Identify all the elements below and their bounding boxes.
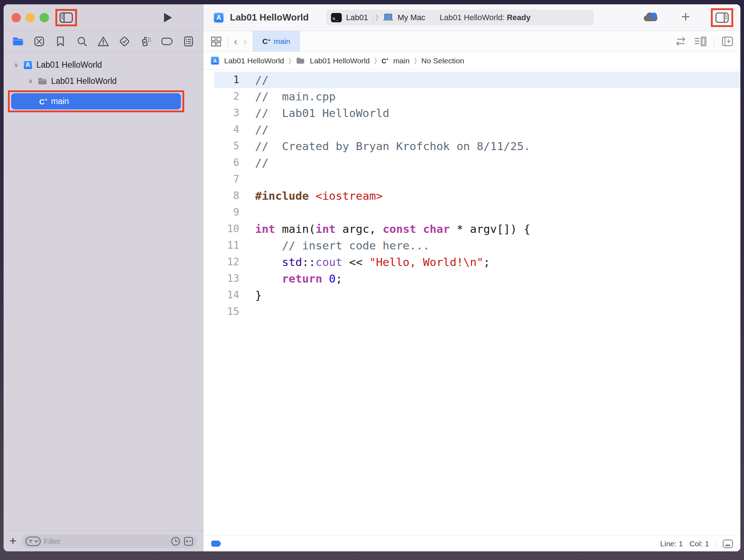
second-row: ‹ › C+ main bbox=[4, 31, 740, 52]
line-number[interactable]: 5 bbox=[214, 138, 239, 154]
code-line[interactable]: 7 bbox=[214, 171, 740, 188]
code-text: // insert code here... bbox=[255, 237, 430, 254]
breadcrumb-group[interactable]: Lab01 HelloWorld bbox=[310, 57, 370, 65]
code-line[interactable]: 3// Lab01 HelloWorld bbox=[214, 105, 740, 121]
close-window-button[interactable] bbox=[12, 13, 21, 22]
scheme-target-label[interactable]: Lab01 bbox=[346, 13, 368, 22]
source-editor[interactable]: 1//2// main.cpp3// Lab01 HelloWorld4//5/… bbox=[203, 70, 740, 536]
tree-item-main-selected[interactable]: C+ main bbox=[11, 93, 181, 109]
toggle-navigator-button[interactable] bbox=[59, 12, 73, 23]
code-line[interactable]: 9 bbox=[214, 204, 740, 221]
code-line[interactable]: 8#include <iostream> bbox=[214, 188, 740, 204]
cpp-file-icon: C+ bbox=[381, 57, 388, 64]
xcode-project-icon: A bbox=[213, 12, 224, 23]
code-line[interactable]: 11 // insert code here... bbox=[214, 237, 740, 254]
code-line[interactable]: 13 return 0; bbox=[214, 270, 740, 287]
go-back-button[interactable]: ‹ bbox=[234, 36, 237, 47]
line-number[interactable]: 1 bbox=[214, 72, 239, 88]
breakpoints-navigator-tab[interactable] bbox=[159, 33, 175, 49]
tab-main[interactable]: C+ main bbox=[253, 31, 300, 51]
source-control-navigator-tab[interactable] bbox=[31, 33, 47, 49]
line-number[interactable]: 9 bbox=[214, 204, 239, 221]
breakpoints-toggle-icon[interactable] bbox=[210, 540, 222, 547]
left-sidebar-toggle-icon bbox=[59, 12, 73, 23]
line-number[interactable]: 13 bbox=[214, 270, 239, 287]
go-forward-button[interactable]: › bbox=[243, 36, 247, 47]
breadcrumb-chevron: 〉 bbox=[375, 57, 377, 65]
line-number[interactable]: 11 bbox=[214, 237, 239, 254]
code-review-button[interactable] bbox=[675, 37, 687, 46]
code-text: return 0; bbox=[255, 270, 342, 287]
adjust-editor-options-button[interactable] bbox=[694, 36, 707, 46]
scheme-chevron: 〉 bbox=[376, 13, 378, 22]
line-number[interactable]: 15 bbox=[214, 303, 239, 320]
minimap-toggle-icon[interactable] bbox=[722, 539, 733, 548]
swap-arrows-icon bbox=[675, 37, 687, 46]
editor-tab-bar: ‹ › C+ main bbox=[203, 31, 740, 52]
tabbar-separator bbox=[228, 37, 228, 46]
code-line[interactable]: 14} bbox=[214, 287, 740, 303]
debug-navigator-tab[interactable] bbox=[138, 33, 154, 49]
toolbar-left bbox=[4, 4, 203, 31]
find-navigator-tab[interactable] bbox=[74, 33, 90, 49]
line-number[interactable]: 12 bbox=[214, 254, 239, 270]
issues-navigator-tab[interactable] bbox=[95, 33, 111, 49]
line-number[interactable]: 3 bbox=[214, 105, 239, 121]
line-number[interactable]: 4 bbox=[214, 121, 239, 138]
add-editor-button[interactable] bbox=[722, 36, 733, 46]
bookmark-icon bbox=[56, 36, 65, 47]
code-line[interactable]: 4// bbox=[214, 121, 740, 138]
code-line[interactable]: 15 bbox=[214, 303, 740, 320]
minimize-window-button[interactable] bbox=[26, 13, 35, 22]
code-line[interactable]: 12 std::cout << "Hello, World!\n"; bbox=[214, 254, 740, 270]
disclosure-chevron-icon[interactable]: ∨ bbox=[12, 61, 20, 69]
breadcrumb-file[interactable]: main bbox=[393, 57, 410, 65]
navigator-filter-bar: + bbox=[4, 530, 203, 551]
breakpoint-capsule-icon bbox=[161, 37, 173, 45]
related-items-button[interactable] bbox=[210, 36, 222, 47]
code-line[interactable]: 10int main(int argc, const char * argv[]… bbox=[214, 221, 740, 237]
source-control-filter-icon[interactable] bbox=[183, 536, 194, 546]
editor: A Lab01 HelloWorld 〉 Lab01 HelloWorld 〉 … bbox=[203, 52, 740, 551]
tree-item-project[interactable]: ∨ A Lab01 HelloWorld bbox=[4, 57, 203, 73]
filter-input[interactable] bbox=[44, 537, 168, 546]
line-number[interactable]: 6 bbox=[214, 154, 239, 171]
filter-menu-icon bbox=[25, 536, 41, 546]
breadcrumb-selection[interactable]: No Selection bbox=[421, 57, 464, 65]
reports-navigator-tab[interactable] bbox=[181, 33, 196, 49]
line-number[interactable]: 2 bbox=[214, 88, 239, 105]
zoom-window-button[interactable] bbox=[40, 13, 49, 22]
code-text: // bbox=[255, 154, 268, 171]
scheme-selector[interactable]: >_ Lab01 〉 My Mac Lab01 HelloWorld: Read… bbox=[326, 10, 594, 26]
minimap-list-icon bbox=[694, 36, 707, 46]
code-line[interactable]: 1// bbox=[214, 72, 740, 88]
code-line[interactable]: 6// bbox=[214, 154, 740, 171]
run-button[interactable] bbox=[163, 12, 173, 23]
toggle-inspectors-button[interactable] bbox=[715, 12, 729, 23]
navigator-tab-bar bbox=[4, 31, 203, 52]
line-number[interactable]: 14 bbox=[214, 287, 239, 303]
diamond-check-icon bbox=[119, 36, 130, 47]
cloud-status-button[interactable] bbox=[643, 12, 659, 23]
add-file-button[interactable]: + bbox=[9, 534, 17, 547]
line-number[interactable]: 7 bbox=[214, 171, 239, 188]
toolbar-right: A Lab01 HelloWorld >_ Lab01 〉 My Mac Lab… bbox=[203, 4, 740, 31]
tree-item-group[interactable]: ∨ Lab01 HelloWorld bbox=[4, 73, 203, 89]
report-list-icon bbox=[183, 36, 194, 47]
filter-field[interactable] bbox=[22, 534, 197, 548]
breadcrumb-project[interactable]: Lab01 HelloWorld bbox=[224, 57, 284, 65]
run-destination-label[interactable]: My Mac bbox=[398, 13, 425, 22]
code-line[interactable]: 5// Created by Bryan Krofchok on 8/11/25… bbox=[214, 138, 740, 154]
tests-navigator-tab[interactable] bbox=[117, 33, 132, 49]
window-title: Lab01 HelloWorld bbox=[230, 12, 309, 23]
line-number[interactable]: 10 bbox=[214, 221, 239, 237]
disclosure-chevron-icon[interactable]: ∨ bbox=[27, 77, 35, 85]
code-text: // bbox=[255, 121, 268, 138]
add-button[interactable]: + bbox=[681, 9, 690, 24]
code-line[interactable]: 2// main.cpp bbox=[214, 88, 740, 105]
project-navigator-tab[interactable] bbox=[10, 33, 26, 49]
bookmarks-navigator-tab[interactable] bbox=[53, 33, 68, 49]
tree-item-label: main bbox=[51, 96, 69, 106]
recent-files-clock-icon[interactable] bbox=[171, 536, 181, 546]
line-number[interactable]: 8 bbox=[214, 188, 239, 204]
